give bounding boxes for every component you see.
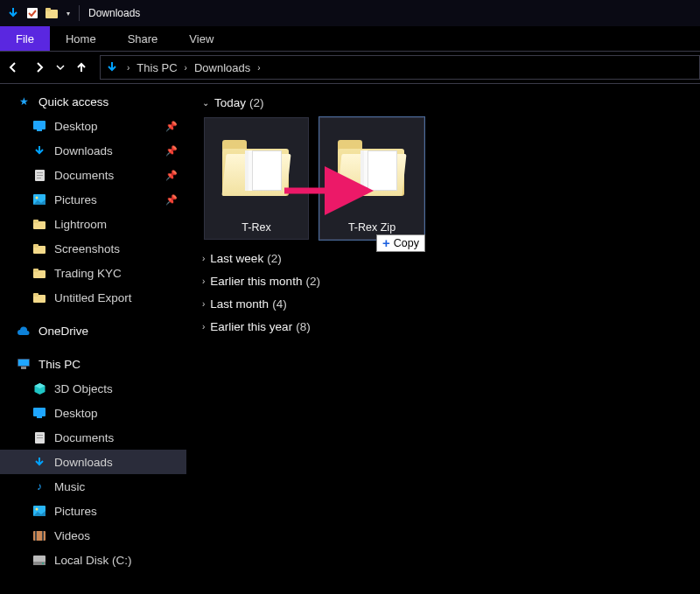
sidebar-item-label: Untitled Export xyxy=(54,291,132,304)
sidebar-item-downloads[interactable]: Downloads📌 xyxy=(0,138,186,163)
group-header-earlier-this-year[interactable]: › Earlier this year (8) xyxy=(197,315,696,338)
back-button[interactable] xyxy=(0,51,26,84)
music-icon: ♪ xyxy=(32,480,47,493)
svg-rect-18 xyxy=(33,293,38,297)
group-header-last-month[interactable]: › Last month (4) xyxy=(197,292,696,315)
tab-view[interactable]: View xyxy=(173,26,229,51)
up-button[interactable] xyxy=(68,51,94,84)
group-count: (2) xyxy=(267,252,282,265)
sidebar-item-label: Screenshots xyxy=(54,242,120,255)
sidebar-item-downloads-pc[interactable]: Downloads xyxy=(0,450,186,474)
pin-icon: 📌 xyxy=(165,121,178,132)
drag-copy-tooltip: + Copy xyxy=(376,234,425,252)
sidebar-item-pictures-pc[interactable]: Pictures xyxy=(0,499,186,523)
svg-point-10 xyxy=(36,197,38,199)
file-explorer-window: { "titlebar": { "title": "Downloads" }, … xyxy=(0,0,700,594)
group-label: Earlier this month xyxy=(210,275,302,288)
properties-qat-icon[interactable] xyxy=(24,5,40,21)
cloud-icon xyxy=(16,325,32,337)
sidebar-item-pictures[interactable]: Pictures📌 xyxy=(0,187,186,212)
sidebar-item-label: Desktop xyxy=(54,120,98,133)
content-pane[interactable]: ⌄ Today (2) T-Rex T-Rex Zip xyxy=(188,84,700,594)
svg-rect-6 xyxy=(37,172,43,173)
qat-dropdown-icon[interactable]: ▾ xyxy=(66,10,70,17)
folder-icon xyxy=(32,267,47,279)
body: ★ Quick access Desktop📌 Downloads📌 Docum… xyxy=(0,84,700,594)
svg-rect-31 xyxy=(42,531,44,541)
sidebar-item-untitled-export[interactable]: Untitled Export xyxy=(0,285,186,310)
pc-icon xyxy=(16,358,32,370)
sidebar-item-label: Lightroom xyxy=(54,218,107,231)
download-arrow-icon xyxy=(5,5,21,21)
svg-rect-25 xyxy=(37,435,43,436)
svg-rect-21 xyxy=(21,367,26,369)
desktop-icon xyxy=(32,120,47,132)
folder-qat-icon[interactable] xyxy=(44,5,60,21)
chevron-right-icon: › xyxy=(202,299,205,309)
tab-share[interactable]: Share xyxy=(112,26,174,51)
sidebar-item-desktop[interactable]: Desktop📌 xyxy=(0,114,186,138)
svg-rect-26 xyxy=(37,437,43,438)
sidebar-item-lightroom[interactable]: Lightroom xyxy=(0,212,186,236)
sidebar-item-label: Pictures xyxy=(54,505,97,518)
sidebar-onedrive[interactable]: OneDrive xyxy=(0,318,186,343)
group-label: Last month xyxy=(210,297,269,311)
sidebar-item-screenshots[interactable]: Screenshots xyxy=(0,236,186,261)
group-header-last-week[interactable]: › Last week (2) xyxy=(197,247,696,269)
sidebar-this-pc[interactable]: This PC xyxy=(0,352,186,376)
svg-rect-22 xyxy=(33,408,46,416)
sidebar-quick-access[interactable]: ★ Quick access xyxy=(0,89,186,114)
chevron-right-icon[interactable]: › xyxy=(181,63,191,73)
sidebar-item-label: Videos xyxy=(54,529,90,542)
sidebar-cat-label: This PC xyxy=(38,358,80,371)
pin-icon: 📌 xyxy=(165,194,178,206)
svg-rect-23 xyxy=(37,416,42,418)
disk-icon xyxy=(32,554,47,566)
sidebar-item-trading-kyc[interactable]: Trading KYC xyxy=(0,261,186,285)
group-count: (4) xyxy=(272,297,287,311)
group-count: (2) xyxy=(249,96,264,109)
3d-icon xyxy=(32,382,47,395)
tab-home[interactable]: Home xyxy=(50,26,112,51)
address-bar[interactable]: › This PC › Downloads › xyxy=(100,55,700,80)
group-label: Today xyxy=(214,96,246,109)
chevron-right-icon[interactable]: › xyxy=(254,63,263,73)
crumb-this-pc[interactable]: This PC xyxy=(133,56,180,79)
group-count: (8) xyxy=(296,320,311,333)
group-count: (2) xyxy=(305,275,320,288)
sidebar-item-music[interactable]: ♪Music xyxy=(0,474,186,499)
sidebar-item-3d-objects[interactable]: 3D Objects xyxy=(0,376,186,401)
sidebar-item-documents-pc[interactable]: Documents xyxy=(0,425,186,450)
chevron-right-icon[interactable]: › xyxy=(123,63,133,73)
sidebar-item-local-disk-c[interactable]: Local Disk (C:) xyxy=(0,548,186,572)
sidebar-item-documents[interactable]: Documents📌 xyxy=(0,163,186,187)
sidebar-item-desktop-pc[interactable]: Desktop xyxy=(0,401,186,425)
sidebar-item-label: Local Disk (C:) xyxy=(54,554,132,567)
folder-tile-t-rex-zip[interactable]: T-Rex Zip xyxy=(319,117,424,240)
navigation-pane[interactable]: ★ Quick access Desktop📌 Downloads📌 Docum… xyxy=(0,84,188,594)
download-icon xyxy=(32,144,47,157)
plus-icon: + xyxy=(382,238,390,248)
titlebar-separator xyxy=(79,5,80,21)
svg-rect-2 xyxy=(46,8,51,11)
svg-rect-3 xyxy=(33,121,46,129)
tab-file[interactable]: File xyxy=(0,26,50,51)
sidebar-item-label: Desktop xyxy=(54,407,98,420)
chevron-right-icon: › xyxy=(202,276,205,286)
pin-icon: 📌 xyxy=(165,170,178,181)
pin-icon: 📌 xyxy=(165,145,178,157)
group-header-today[interactable]: ⌄ Today (2) xyxy=(197,91,696,114)
forward-button[interactable] xyxy=(26,51,52,84)
sidebar-item-label: Music xyxy=(54,480,85,493)
history-dropdown[interactable] xyxy=(52,51,68,84)
svg-rect-8 xyxy=(37,178,41,178)
crumb-downloads[interactable]: Downloads xyxy=(191,56,254,79)
navigation-bar: › This PC › Downloads › xyxy=(0,51,700,84)
sidebar-item-videos[interactable]: Videos xyxy=(0,523,186,548)
chevron-right-icon: › xyxy=(202,322,205,332)
group-header-earlier-this-month[interactable]: › Earlier this month (2) xyxy=(197,269,696,292)
svg-rect-20 xyxy=(18,360,29,366)
folder-tile-t-rex[interactable]: T-Rex xyxy=(204,117,309,240)
sidebar-item-label: Documents xyxy=(54,169,114,182)
sidebar-cat-label: Quick access xyxy=(38,95,108,108)
